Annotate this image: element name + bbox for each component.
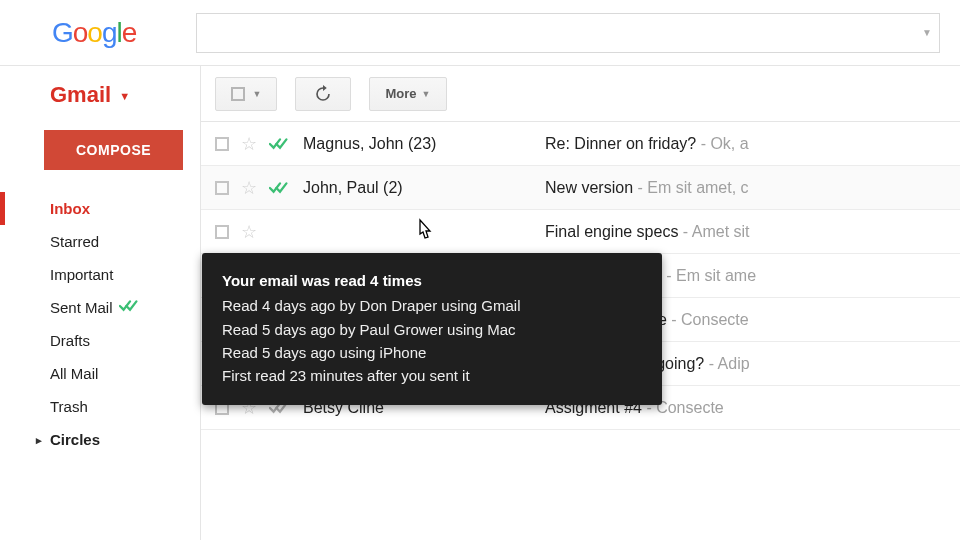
tooltip-line: Read 4 days ago by Don Draper using Gmai… [222, 294, 642, 317]
gmail-menu[interactable]: Gmail ▼ [0, 82, 200, 108]
row-checkbox[interactable] [215, 225, 229, 239]
compose-button[interactable]: COMPOSE [44, 130, 183, 170]
sender: Magnus, John (23) [303, 135, 533, 153]
row-checkbox[interactable] [215, 181, 229, 195]
tooltip-line: First read 23 minutes after you sent it [222, 364, 642, 387]
nav-sentmail[interactable]: Sent Mail [0, 291, 200, 324]
snippet: - Ok, a [696, 135, 748, 152]
star-icon[interactable]: ☆ [241, 133, 257, 155]
select-all-button[interactable]: ▼ [215, 77, 277, 111]
google-logo[interactable]: Google [52, 17, 136, 49]
snippet: - Em sit amet, c [633, 179, 749, 196]
nav-trash[interactable]: Trash [0, 390, 200, 423]
nav-drafts[interactable]: Drafts [0, 324, 200, 357]
email-row[interactable]: ☆John, Paul (2)New version - Em sit amet… [201, 166, 960, 210]
more-button[interactable]: More▼ [369, 77, 447, 111]
row-checkbox[interactable] [215, 137, 229, 151]
refresh-icon [314, 85, 332, 103]
double-check-icon [119, 299, 141, 313]
tooltip-title: Your email was read 4 times [222, 269, 642, 292]
caret-down-icon: ▼ [119, 90, 130, 102]
star-icon[interactable]: ☆ [241, 177, 257, 199]
checkbox-icon [231, 87, 245, 101]
nav-important[interactable]: Important [0, 258, 200, 291]
nav-inbox[interactable]: Inbox [0, 192, 200, 225]
toolbar: ▼ More▼ [201, 66, 960, 122]
snippet: - Amet sit [678, 223, 749, 240]
nav-starred[interactable]: Starred [0, 225, 200, 258]
refresh-button[interactable] [295, 77, 351, 111]
email-row[interactable]: ☆Magnus, John (23)Re: Dinner on friday? … [201, 122, 960, 166]
star-icon[interactable]: ☆ [241, 221, 257, 243]
caret-down-icon: ▼ [253, 89, 262, 99]
double-check-icon [269, 137, 291, 151]
snippet: - Consecte [667, 311, 749, 328]
nav-circles[interactable]: Circles [0, 423, 200, 456]
search-box[interactable]: ▼ [196, 13, 940, 53]
tooltip-line: Read 5 days ago by Paul Grower using Mac [222, 318, 642, 341]
snippet: - Em sit ame [662, 267, 756, 284]
search-input[interactable] [197, 24, 915, 42]
subject: New version - Em sit amet, c [545, 179, 749, 197]
search-dropdown-icon[interactable]: ▼ [915, 27, 939, 38]
snippet: - Adip [704, 355, 749, 372]
subject: Final engine specs - Amet sit [545, 223, 750, 241]
email-row[interactable]: ☆Final engine specs - Amet sit [201, 210, 960, 254]
caret-down-icon: ▼ [422, 89, 431, 99]
read-tracking-tooltip: Your email was read 4 times Read 4 days … [202, 253, 662, 405]
nav-allmail[interactable]: All Mail [0, 357, 200, 390]
tooltip-line: Read 5 days ago using iPhone [222, 341, 642, 364]
double-check-icon [269, 181, 291, 195]
subject: Re: Dinner on friday? - Ok, a [545, 135, 749, 153]
folder-nav: Inbox Starred Important Sent Mail Drafts… [0, 192, 200, 456]
sender: John, Paul (2) [303, 179, 533, 197]
